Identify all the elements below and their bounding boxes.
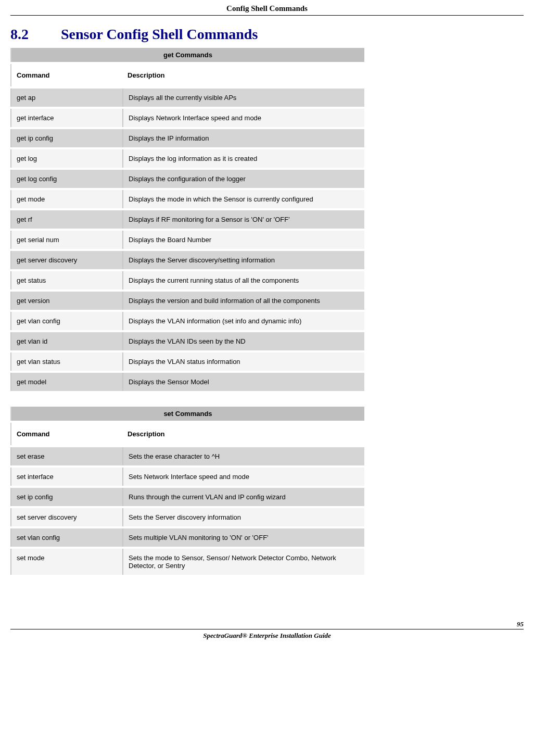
description-cell: Runs through the current VLAN and IP con… xyxy=(122,488,364,506)
section-number: 8.2 xyxy=(10,26,57,43)
command-cell: get mode xyxy=(10,190,122,208)
table-title-row: get Commands xyxy=(10,48,364,62)
description-cell: Displays the configuration of the logger xyxy=(122,170,364,188)
table-row: get interfaceDisplays Network Interface … xyxy=(10,109,364,127)
command-cell: get log config xyxy=(10,170,122,188)
set-commands-table: set Commands Command Description set era… xyxy=(10,405,364,577)
description-cell: Displays all the currently visible APs xyxy=(122,89,364,107)
description-cell: Sets Network Interface speed and mode xyxy=(122,468,364,486)
command-cell: set ip config xyxy=(10,488,122,506)
page-footer: 95 SpectraGuard® Enterprise Installation… xyxy=(10,629,524,640)
command-cell: set erase xyxy=(10,447,122,465)
table-row: get logDisplays the log information as i… xyxy=(10,149,364,168)
command-cell: set server discovery xyxy=(10,508,122,526)
table-title: set Commands xyxy=(10,407,364,421)
page-header: Config Shell Commands xyxy=(10,0,524,16)
description-cell: Displays the Server discovery/setting in… xyxy=(122,251,364,269)
command-cell: get vlan config xyxy=(10,312,122,330)
description-cell: Sets multiple VLAN monitoring to 'ON' or… xyxy=(122,528,364,547)
description-cell: Displays the VLAN status information xyxy=(122,352,364,371)
command-cell: set interface xyxy=(10,468,122,486)
table-row: set interfaceSets Network Interface spee… xyxy=(10,468,364,486)
column-header-description: Description xyxy=(122,423,364,445)
table-row: get modeDisplays the mode in which the S… xyxy=(10,190,364,208)
table-row: set server discoverySets the Server disc… xyxy=(10,508,364,526)
command-cell: get ip config xyxy=(10,129,122,147)
header-title: Config Shell Commands xyxy=(226,4,308,12)
table-row: get rfDisplays if RF monitoring for a Se… xyxy=(10,210,364,229)
description-cell: Sets the Server discovery information xyxy=(122,508,364,526)
command-cell: get version xyxy=(10,292,122,310)
table-title-row: set Commands xyxy=(10,407,364,421)
description-cell: Displays the VLAN IDs seen by the ND xyxy=(122,332,364,350)
table-row: get server discoveryDisplays the Server … xyxy=(10,251,364,269)
command-cell: get vlan status xyxy=(10,352,122,371)
table-row: get versionDisplays the version and buil… xyxy=(10,292,364,310)
description-cell: Sets the erase character to ^H xyxy=(122,447,364,465)
command-cell: get vlan id xyxy=(10,332,122,350)
description-cell: Sets the mode to Sensor, Sensor/ Network… xyxy=(122,549,364,575)
command-cell: get model xyxy=(10,373,122,391)
table-row: get statusDisplays the current running s… xyxy=(10,271,364,289)
description-cell: Displays if RF monitoring for a Sensor i… xyxy=(122,210,364,229)
table-row: get log configDisplays the configuration… xyxy=(10,170,364,188)
description-cell: Displays the mode in which the Sensor is… xyxy=(122,190,364,208)
table-row: get serial numDisplays the Board Number xyxy=(10,231,364,249)
description-cell: Displays the IP information xyxy=(122,129,364,147)
command-cell: get serial num xyxy=(10,231,122,249)
description-cell: Displays the Board Number xyxy=(122,231,364,249)
column-header-description: Description xyxy=(122,64,364,86)
get-commands-table: get Commands Command Description get apD… xyxy=(10,46,364,393)
table-header-row: Command Description xyxy=(10,64,364,86)
description-cell: Displays Network Interface speed and mod… xyxy=(122,109,364,127)
command-cell: get ap xyxy=(10,89,122,107)
table-row: set modeSets the mode to Sensor, Sensor/… xyxy=(10,549,364,575)
command-cell: get status xyxy=(10,271,122,289)
description-cell: Displays the Sensor Model xyxy=(122,373,364,391)
command-cell: set mode xyxy=(10,549,122,575)
section-title: Sensor Config Shell Commands xyxy=(61,26,258,42)
footer-text: SpectraGuard® Enterprise Installation Gu… xyxy=(203,632,331,639)
description-cell: Displays the VLAN information (set info … xyxy=(122,312,364,330)
table-row: get vlan statusDisplays the VLAN status … xyxy=(10,352,364,371)
command-cell: get rf xyxy=(10,210,122,229)
table-row: get modelDisplays the Sensor Model xyxy=(10,373,364,391)
command-cell: get interface xyxy=(10,109,122,127)
table-header-row: Command Description xyxy=(10,423,364,445)
table-title: get Commands xyxy=(10,48,364,62)
description-cell: Displays the version and build informati… xyxy=(122,292,364,310)
description-cell: Displays the current running status of a… xyxy=(122,271,364,289)
table-row: set eraseSets the erase character to ^H xyxy=(10,447,364,465)
table-row: get apDisplays all the currently visible… xyxy=(10,89,364,107)
command-cell: set vlan config xyxy=(10,528,122,547)
page-number: 95 xyxy=(517,620,524,628)
table-row: get ip configDisplays the IP information xyxy=(10,129,364,147)
table-row: get vlan configDisplays the VLAN informa… xyxy=(10,312,364,330)
table-row: set vlan configSets multiple VLAN monito… xyxy=(10,528,364,547)
command-cell: get log xyxy=(10,149,122,168)
description-cell: Displays the log information as it is cr… xyxy=(122,149,364,168)
column-header-command: Command xyxy=(10,423,122,445)
column-header-command: Command xyxy=(10,64,122,86)
table-row: get vlan idDisplays the VLAN IDs seen by… xyxy=(10,332,364,350)
section-heading: 8.2 Sensor Config Shell Commands xyxy=(10,26,524,43)
table-row: set ip configRuns through the current VL… xyxy=(10,488,364,506)
command-cell: get server discovery xyxy=(10,251,122,269)
